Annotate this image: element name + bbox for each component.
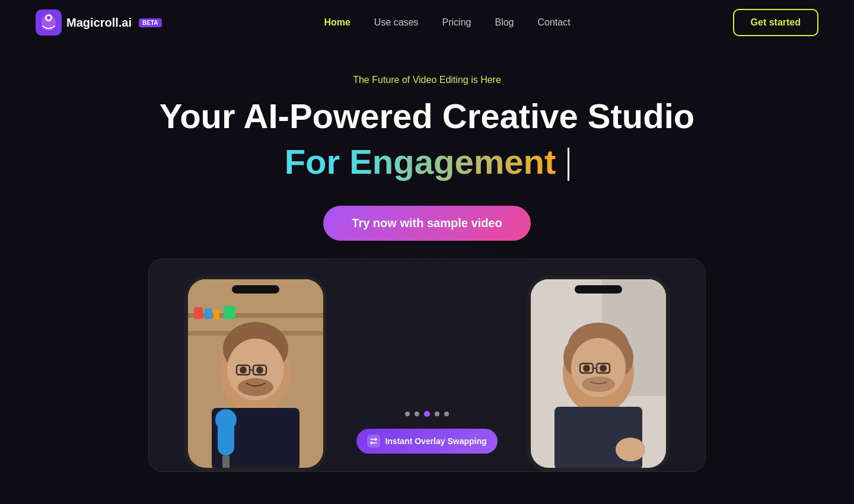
nav-use-cases[interactable]: Use cases xyxy=(374,17,419,28)
person-right-svg xyxy=(531,279,666,468)
dot-4 xyxy=(435,412,439,416)
svg-rect-23 xyxy=(222,455,230,468)
nav-pricing[interactable]: Pricing xyxy=(442,17,471,28)
logo-icon xyxy=(36,9,62,36)
svg-point-34 xyxy=(583,365,590,372)
swap-icon xyxy=(369,437,378,445)
svg-rect-8 xyxy=(205,308,212,319)
dot-3 xyxy=(424,411,430,417)
phones-section: Instant Overlay Swapping xyxy=(148,259,706,472)
hero-section: The Future of Video Editing is Here Your… xyxy=(0,45,854,472)
dot-1 xyxy=(405,412,410,416)
nav-home[interactable]: Home xyxy=(324,17,350,28)
nav-links: Home Use cases Pricing Blog Contact xyxy=(324,17,570,28)
hero-for-text: For xyxy=(285,142,340,181)
dots-line xyxy=(405,411,449,417)
svg-point-19 xyxy=(238,378,273,396)
svg-rect-10 xyxy=(224,306,235,319)
nav-blog[interactable]: Blog xyxy=(495,17,514,28)
hero-engagement-text: Engagement xyxy=(349,142,556,181)
svg-point-3 xyxy=(47,16,50,20)
cta-button[interactable]: Try now with sample video xyxy=(323,206,530,241)
phone-left-notch xyxy=(232,285,279,294)
phone-right xyxy=(527,276,670,471)
logo[interactable]: Magicroll.ai BETA xyxy=(36,9,162,36)
beta-badge: BETA xyxy=(139,18,161,27)
phone-left xyxy=(184,276,327,471)
svg-point-17 xyxy=(240,366,247,374)
phones-middle: Instant Overlay Swapping xyxy=(327,411,527,471)
phone-right-screen xyxy=(531,279,666,468)
svg-rect-9 xyxy=(214,310,219,319)
navbar: Magicroll.ai BETA Home Use cases Pricing… xyxy=(0,0,854,45)
svg-point-38 xyxy=(616,438,645,461)
hero-tagline: The Future of Video Editing is Here xyxy=(0,75,854,85)
hero-title-line2: For Engagement xyxy=(0,141,854,183)
badge-icon xyxy=(367,435,380,448)
get-started-button[interactable]: Get started xyxy=(733,9,818,36)
hero-title-line1: Your AI-Powered Creative Studio xyxy=(0,97,854,135)
svg-rect-7 xyxy=(194,307,203,319)
dot-5 xyxy=(444,412,449,416)
text-cursor xyxy=(568,148,569,181)
overlay-badge-label: Instant Overlay Swapping xyxy=(385,436,486,446)
logo-text: Magicroll.ai xyxy=(66,16,132,30)
svg-point-22 xyxy=(215,409,237,430)
svg-point-18 xyxy=(256,366,263,374)
nav-contact[interactable]: Contact xyxy=(538,17,571,28)
phone-right-notch xyxy=(575,285,622,294)
phone-left-screen xyxy=(188,279,323,468)
overlay-badge: Instant Overlay Swapping xyxy=(356,429,497,454)
svg-point-35 xyxy=(600,365,607,372)
person-left-svg xyxy=(188,279,323,468)
svg-point-36 xyxy=(582,377,615,392)
dot-2 xyxy=(415,412,419,416)
